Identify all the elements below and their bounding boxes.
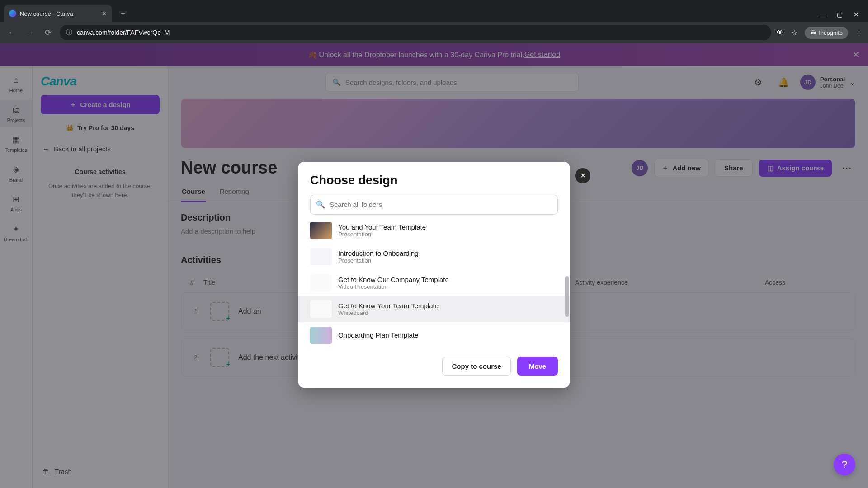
browser-tab[interactable]: New course - Canva ✕ [4,5,112,22]
design-type: Presentation [338,257,419,264]
new-tab-button[interactable]: ＋ [116,5,130,22]
design-title: Introduction to Onboarding [338,249,419,257]
browser-menu-icon[interactable]: ⋮ [855,28,863,37]
maximize-icon[interactable]: ▢ [837,11,843,18]
minimize-icon[interactable]: — [820,11,826,18]
design-item[interactable]: You and Your Team Template Presentation [298,217,570,244]
eye-off-icon[interactable]: 👁 [777,28,784,37]
design-item[interactable]: Onboarding Plan Template [298,322,570,348]
modal-search-input[interactable] [330,201,552,208]
back-icon[interactable]: ← [5,26,18,39]
design-title: You and Your Team Template [338,223,426,231]
design-thumb [310,248,332,265]
choose-design-modal: ✕ Choose design 🔍 You and Your Team Temp… [298,162,570,388]
forward-icon[interactable]: → [24,26,36,39]
url-text: canva.com/folder/FAFVwcrQe_M [77,29,170,36]
tab-favicon [9,10,16,17]
window-controls: — ▢ ✕ [820,11,864,22]
close-window-icon[interactable]: ✕ [854,11,859,18]
design-thumb [310,327,332,344]
address-bar[interactable]: ⓘ canva.com/folder/FAFVwcrQe_M [60,25,771,40]
help-button[interactable]: ? [834,454,855,475]
design-thumb [310,274,332,291]
modal-close-button[interactable]: ✕ [575,168,590,183]
move-button[interactable]: Move [517,357,558,376]
copy-to-course-button[interactable]: Copy to course [442,357,510,376]
design-title: Get to Know Our Company Template [338,276,449,283]
tab-close-icon[interactable]: ✕ [102,10,107,17]
design-type: Video Presentation [338,283,449,290]
browser-tab-strip: New course - Canva ✕ ＋ — ▢ ✕ [0,0,868,22]
incognito-icon: 🕶 [810,29,816,36]
app-root: 🍂 Unlock all the Droptober launches with… [0,43,868,488]
bookmark-icon[interactable]: ☆ [791,28,797,37]
modal-actions: Copy to course Move [310,357,558,376]
incognito-badge[interactable]: 🕶 Incognito [805,27,848,39]
design-title: Onboarding Plan Template [338,331,418,339]
browser-toolbar: ← → ⟳ ⓘ canva.com/folder/FAFVwcrQe_M 👁 ☆… [0,22,868,43]
design-item[interactable]: Get to Know Your Team Template Whiteboar… [298,296,570,322]
site-info-icon[interactable]: ⓘ [66,28,72,37]
design-title: Get to Know Your Team Template [338,302,439,310]
tab-title: New course - Canva [20,10,73,17]
design-item[interactable]: Get to Know Our Company Template Video P… [298,270,570,296]
incognito-label: Incognito [819,29,843,36]
search-icon: 🔍 [316,200,325,209]
design-thumb [310,222,332,239]
design-item[interactable]: Introduction to Onboarding Presentation [298,244,570,270]
design-list[interactable]: You and Your Team Template Presentation … [298,217,570,348]
design-type: Presentation [338,231,426,238]
reload-icon[interactable]: ⟳ [42,26,54,39]
modal-title: Choose design [310,174,558,188]
modal-search[interactable]: 🔍 [310,195,558,215]
list-scrollbar[interactable] [565,276,569,317]
design-type: Whiteboard [338,310,439,316]
design-thumb [310,300,332,318]
